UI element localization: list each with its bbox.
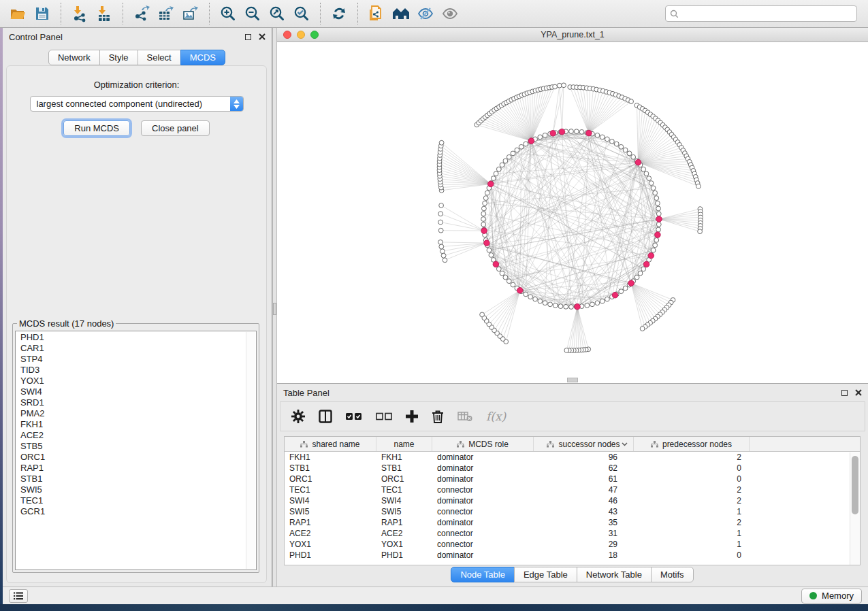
memory-button[interactable]: Memory xyxy=(801,589,862,604)
table-cell[interactable]: connector xyxy=(432,540,534,549)
network-node[interactable] xyxy=(629,99,634,104)
window-close-button[interactable] xyxy=(283,31,291,39)
share-network-button[interactable] xyxy=(364,2,389,25)
network-node[interactable] xyxy=(496,267,501,271)
network-node[interactable] xyxy=(439,244,444,249)
network-node[interactable] xyxy=(562,83,566,88)
network-node[interactable] xyxy=(519,144,524,149)
network-node[interactable] xyxy=(441,253,446,258)
network-dominator-node[interactable] xyxy=(481,228,487,234)
table-cell[interactable]: 62 xyxy=(534,463,634,473)
table-cell[interactable]: ACE2 xyxy=(376,529,432,538)
mcds-result-item[interactable]: FKH1 xyxy=(16,419,256,430)
network-node[interactable] xyxy=(640,327,645,331)
table-cell[interactable]: 2 xyxy=(634,452,750,462)
show-column-panel-button[interactable] xyxy=(319,410,332,423)
table-cell[interactable]: 0 xyxy=(634,550,750,560)
column-header-mcds-role[interactable]: MCDS role xyxy=(432,437,534,451)
network-dominator-node[interactable] xyxy=(612,292,618,298)
table-row[interactable]: FKH1FKH1dominator962 xyxy=(285,452,860,463)
table-cell[interactable]: STB1 xyxy=(285,463,376,473)
network-node[interactable] xyxy=(481,217,486,222)
window-minimize-button[interactable] xyxy=(297,31,305,39)
table-cell[interactable]: 61 xyxy=(534,474,634,484)
network-node[interactable] xyxy=(438,240,443,245)
network-node[interactable] xyxy=(653,243,658,248)
tab-style[interactable]: Style xyxy=(99,50,138,65)
network-node[interactable] xyxy=(553,303,558,308)
zoom-selected-button[interactable] xyxy=(289,2,314,25)
network-overview-button[interactable] xyxy=(389,2,413,25)
table-cell[interactable]: FKH1 xyxy=(376,452,432,462)
network-node[interactable] xyxy=(480,312,485,317)
mcds-result-item[interactable]: STB1 xyxy=(16,474,256,484)
mcds-result-item[interactable]: TEC1 xyxy=(16,495,256,506)
close-panel-button[interactable]: Close panel xyxy=(141,120,210,136)
network-node[interactable] xyxy=(524,292,528,297)
run-mcds-button[interactable]: Run MCDS xyxy=(63,120,130,136)
mcds-result-item[interactable]: TID3 xyxy=(16,365,256,376)
network-node[interactable] xyxy=(528,295,533,299)
table-cell[interactable]: 0 xyxy=(634,474,750,484)
show-task-history-button[interactable] xyxy=(9,589,28,603)
zoom-out-button[interactable] xyxy=(240,2,265,25)
table-cell[interactable]: dominator xyxy=(432,518,534,527)
table-cell[interactable]: PHD1 xyxy=(285,550,376,560)
mcds-result-item[interactable]: YOX1 xyxy=(16,376,256,386)
network-node[interactable] xyxy=(503,275,508,280)
float-panel-icon[interactable] xyxy=(245,34,251,40)
table-cell[interactable]: 2 xyxy=(634,496,750,506)
delete-column-button[interactable] xyxy=(432,410,444,423)
table-row[interactable]: STB1STB1dominator620 xyxy=(285,463,860,474)
window-maximize-button[interactable] xyxy=(310,31,319,39)
network-node[interactable] xyxy=(440,249,445,254)
table-cell[interactable]: 18 xyxy=(534,550,634,560)
tab-mcds[interactable]: MCDS xyxy=(180,50,225,65)
network-node[interactable] xyxy=(654,238,659,243)
table-settings-button[interactable] xyxy=(291,410,305,423)
network-node[interactable] xyxy=(533,297,538,301)
select-all-button[interactable] xyxy=(346,412,362,421)
network-node[interactable] xyxy=(438,228,443,233)
table-cell[interactable]: dominator xyxy=(432,474,534,484)
network-node[interactable] xyxy=(638,271,643,276)
network-dominator-node[interactable] xyxy=(655,232,661,238)
network-node[interactable] xyxy=(595,301,600,306)
network-node[interactable] xyxy=(553,84,558,89)
table-cell[interactable]: TEC1 xyxy=(376,485,432,495)
table-row[interactable]: YOX1YOX1connector291 xyxy=(285,539,860,550)
function-builder-button[interactable]: f(x) xyxy=(486,410,506,423)
table-cell[interactable]: SWI4 xyxy=(376,496,432,506)
mcds-result-item[interactable]: STP4 xyxy=(16,354,256,365)
network-node[interactable] xyxy=(564,348,569,353)
table-cell[interactable]: connector xyxy=(432,485,534,495)
network-node[interactable] xyxy=(656,227,661,232)
table-cell[interactable]: 29 xyxy=(534,540,634,549)
import-table-button[interactable] xyxy=(92,2,116,25)
network-node[interactable] xyxy=(491,176,496,181)
network-node[interactable] xyxy=(585,303,590,308)
network-node[interactable] xyxy=(649,181,654,186)
tab-network-table[interactable]: Network Table xyxy=(577,567,652,582)
splitter-handle[interactable] xyxy=(273,303,276,315)
network-node[interactable] xyxy=(656,212,661,216)
mcds-result-item[interactable]: STB5 xyxy=(16,441,256,452)
export-network-button[interactable] xyxy=(129,2,154,25)
table-cell[interactable]: 2 xyxy=(634,518,750,527)
table-cell[interactable]: 35 xyxy=(534,518,634,527)
network-node[interactable] xyxy=(507,279,511,284)
network-window-titlebar[interactable]: YPA_prune.txt_1 xyxy=(277,28,868,42)
network-dominator-node[interactable] xyxy=(575,303,581,310)
tab-network[interactable]: Network xyxy=(48,50,100,65)
delete-table-button[interactable] xyxy=(457,411,472,422)
mcds-result-item[interactable]: SWI5 xyxy=(16,484,256,495)
table-cell[interactable]: SWI5 xyxy=(376,507,432,516)
table-cell[interactable]: SWI5 xyxy=(285,507,376,516)
table-cell[interactable]: dominator xyxy=(432,496,534,506)
table-cell[interactable]: 43 xyxy=(534,507,634,516)
network-node[interactable] xyxy=(511,282,515,287)
table-scrollbar-track[interactable] xyxy=(850,452,860,565)
network-node[interactable] xyxy=(494,171,498,176)
float-panel-icon[interactable] xyxy=(841,390,848,396)
table-cell[interactable]: 0 xyxy=(634,463,750,473)
